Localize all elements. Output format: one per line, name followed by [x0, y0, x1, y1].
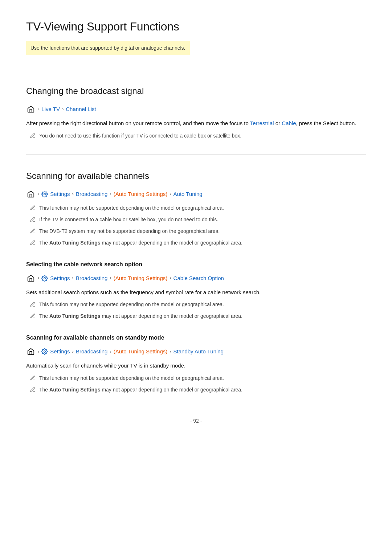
- pencil-icon-9: [30, 386, 36, 395]
- svg-point-2: [44, 351, 46, 353]
- note-text-1: You do not need to use this function if …: [39, 132, 241, 140]
- note-item-4: The DVB-T2 system may not be supported d…: [26, 227, 366, 237]
- body-text-standby: Automatically scan for channels while yo…: [26, 361, 366, 370]
- svg-point-1: [44, 277, 46, 279]
- note-text-5: The Auto Tuning Settings may not appear …: [39, 239, 242, 247]
- page-number: - 92 -: [26, 417, 366, 425]
- body-text-changing-broadcast: After pressing the right directional but…: [26, 119, 366, 128]
- pencil-icon-5: [30, 239, 36, 248]
- chevron-icon-8: ›: [72, 274, 74, 282]
- nav-path-scanning: › Settings › Broadcasting › (Auto Tuning…: [26, 189, 366, 199]
- pencil-icon-8: [30, 375, 36, 383]
- note-item-1: You do not need to use this function if …: [26, 132, 366, 141]
- note-text-6: This function may not be supported depen…: [39, 300, 224, 308]
- nav-link-settings-1[interactable]: Settings: [50, 190, 70, 198]
- nav-link-cable-search-option[interactable]: Cable Search Option: [173, 274, 224, 283]
- nav-link-auto-tuning-1[interactable]: Auto Tuning: [173, 190, 203, 198]
- note-item-7: The Auto Tuning Settings may not appear …: [26, 312, 366, 321]
- nav-path-changing-broadcast: › Live TV › Channel List: [26, 104, 366, 114]
- nav-path-cable-search: › Settings › Broadcasting › (Auto Tuning…: [26, 274, 366, 283]
- note-item-3: If the TV is connected to a cable box or…: [26, 216, 366, 225]
- chevron-icon-9: ›: [110, 274, 111, 282]
- settings-gear-icon-3: [41, 348, 48, 355]
- body-text-cable-search: Sets additional search options such as t…: [26, 288, 366, 297]
- note-text-9: The Auto Tuning Settings may not appear …: [39, 386, 242, 394]
- chevron-icon-13: ›: [110, 348, 111, 356]
- settings-gear-icon-2: [41, 275, 48, 282]
- chevron-icon-12: ›: [72, 348, 74, 356]
- home-icon: [26, 104, 36, 114]
- pencil-icon-6: [30, 301, 36, 310]
- chevron-icon-2: ›: [62, 106, 64, 113]
- chevron-icon-14: ›: [170, 348, 171, 356]
- note-text-8: This function may not be supported depen…: [39, 374, 224, 382]
- note-item-8: This function may not be supported depen…: [26, 374, 366, 383]
- chevron-icon-1: ›: [38, 106, 39, 113]
- nav-link-broadcasting-3[interactable]: Broadcasting: [76, 347, 108, 356]
- page-title: TV-Viewing Support Functions: [26, 17, 366, 36]
- nav-path-standby: › Settings › Broadcasting › (Auto Tuning…: [26, 347, 366, 356]
- nav-link-auto-tuning-settings-1[interactable]: (Auto Tuning Settings): [114, 190, 167, 198]
- nav-link-auto-tuning-settings-2[interactable]: (Auto Tuning Settings): [114, 274, 167, 283]
- nav-link-settings-2[interactable]: Settings: [50, 274, 70, 283]
- chevron-icon-6: ›: [170, 190, 171, 198]
- note-item-6: This function may not be supported depen…: [26, 300, 366, 310]
- chevron-icon-5: ›: [110, 190, 111, 198]
- section-title-changing-broadcast: Changing the broadcast signal: [26, 84, 366, 98]
- subsection-title-standby: Scanning for available channels on stand…: [26, 333, 366, 342]
- pencil-icon-4: [30, 228, 36, 237]
- svg-point-0: [44, 193, 46, 195]
- pencil-icon-2: [30, 205, 36, 213]
- note-item-2: This function may not be supported depen…: [26, 204, 366, 213]
- chevron-icon-10: ›: [170, 274, 171, 282]
- note-text-3: If the TV is connected to a cable box or…: [39, 216, 218, 223]
- note-item-5: The Auto Tuning Settings may not appear …: [26, 239, 366, 248]
- note-text-2: This function may not be supported depen…: [39, 204, 224, 212]
- nav-link-auto-tuning-settings-3[interactable]: (Auto Tuning Settings): [114, 347, 167, 356]
- section-divider-1: [26, 154, 366, 155]
- pencil-icon: [30, 132, 36, 141]
- nav-link-standby-auto-tuning[interactable]: Standby Auto Tuning: [173, 347, 224, 356]
- nav-link-broadcasting-1[interactable]: Broadcasting: [76, 190, 108, 198]
- nav-link-live-tv[interactable]: Live TV: [41, 105, 60, 114]
- chevron-icon-11: ›: [38, 348, 39, 356]
- note-text-4: The DVB-T2 system may not be supported d…: [39, 227, 220, 235]
- pencil-icon-7: [30, 313, 36, 321]
- note-item-9: The Auto Tuning Settings may not appear …: [26, 386, 366, 395]
- home-icon-2: [26, 189, 36, 199]
- chevron-icon-4: ›: [72, 190, 74, 198]
- subsection-title-cable-network: Selecting the cable network search optio…: [26, 260, 366, 269]
- nav-link-channel-list[interactable]: Channel List: [66, 105, 96, 114]
- chevron-icon-7: ›: [38, 274, 39, 282]
- chevron-icon-3: ›: [38, 190, 39, 198]
- home-icon-4: [26, 347, 36, 356]
- section-title-scanning: Scanning for available channels: [26, 169, 366, 183]
- highlight-box: Use the functions that are supported by …: [26, 41, 190, 55]
- nav-link-broadcasting-2[interactable]: Broadcasting: [76, 274, 108, 283]
- settings-gear-icon-1: [41, 191, 48, 197]
- nav-link-settings-3[interactable]: Settings: [50, 347, 70, 356]
- home-icon-3: [26, 274, 36, 283]
- note-text-7: The Auto Tuning Settings may not appear …: [39, 312, 242, 320]
- pencil-icon-3: [30, 216, 36, 225]
